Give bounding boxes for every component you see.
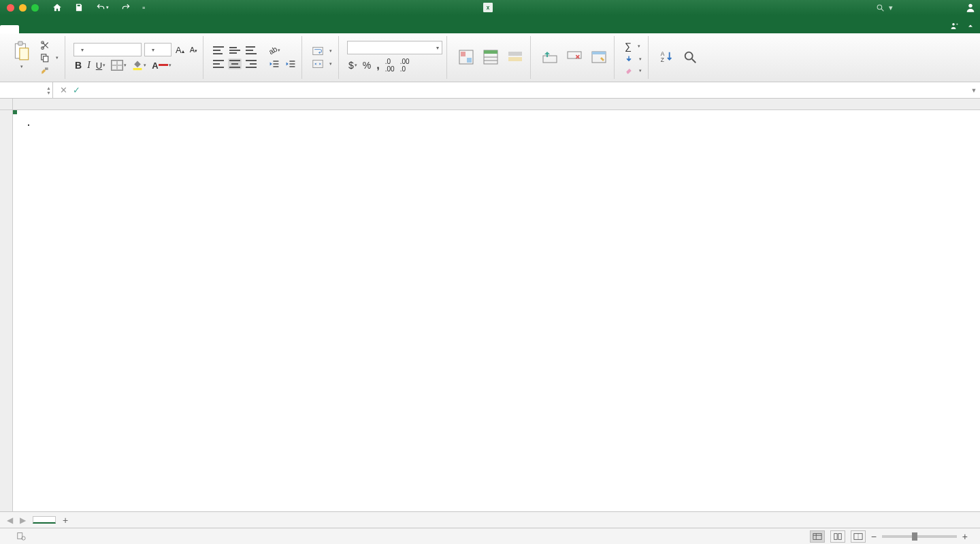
orientation-button[interactable]: ab▾ <box>267 45 282 56</box>
select-all-corner[interactable] <box>0 99 13 110</box>
group-sort-find: AZ <box>653 36 704 79</box>
svg-rect-31 <box>508 52 522 56</box>
increase-decimal-button[interactable]: .0.00 <box>384 56 396 74</box>
fill-button[interactable]: ▾ <box>623 54 644 64</box>
zoom-out-button[interactable]: − <box>871 531 877 542</box>
format-as-table-button[interactable] <box>480 48 502 68</box>
conditional-formatting-button[interactable] <box>455 48 477 68</box>
svg-rect-46 <box>834 533 836 539</box>
search-sheet-input[interactable] <box>897 3 958 12</box>
bold-button[interactable]: B <box>74 58 83 72</box>
tab-home[interactable] <box>0 25 19 33</box>
sheet-nav-next[interactable]: ▶ <box>17 514 29 526</box>
search-sheet-box[interactable]: ▾ <box>876 3 958 12</box>
align-bottom-button[interactable] <box>244 45 258 56</box>
minimize-window-button[interactable] <box>19 4 27 12</box>
svg-text:A: A <box>661 51 665 57</box>
zoom-in-button[interactable]: + <box>962 531 968 542</box>
increase-font-button[interactable]: A▴ <box>174 44 186 56</box>
svg-rect-14 <box>45 67 48 70</box>
font-color-button[interactable]: A▾ <box>150 59 172 72</box>
close-window-button[interactable] <box>7 4 14 12</box>
user-account-icon[interactable] <box>965 2 976 13</box>
align-left-button[interactable] <box>212 58 225 69</box>
merge-center-button[interactable]: ▾ <box>310 58 334 69</box>
format-painter-button[interactable] <box>38 65 61 76</box>
wrap-text-button[interactable]: ▾ <box>310 46 334 56</box>
svg-rect-32 <box>508 57 522 61</box>
zoom-slider[interactable] <box>882 535 957 538</box>
share-button[interactable]: + <box>949 21 961 31</box>
sheet-nav-prev[interactable]: ◀ <box>4 514 16 526</box>
fill-color-button[interactable]: ▾ <box>131 58 148 72</box>
svg-text:x: x <box>487 5 490 11</box>
tab-page-layout[interactable] <box>57 25 76 33</box>
tab-data[interactable] <box>95 25 114 33</box>
insert-cells-button[interactable] <box>539 49 561 67</box>
svg-point-2 <box>877 5 882 10</box>
font-size-select[interactable]: ▾ <box>144 43 172 56</box>
tab-developer[interactable] <box>152 25 172 33</box>
number-format-select[interactable]: ▾ <box>347 41 442 54</box>
qat-customize-icon[interactable]: ≡ <box>142 5 145 10</box>
page-layout-view-button[interactable] <box>830 530 845 543</box>
data-table[interactable] <box>28 124 29 126</box>
spreadsheet-grid[interactable] <box>0 99 980 511</box>
cancel-formula-icon[interactable]: ✕ <box>60 85 67 95</box>
align-middle-button[interactable] <box>228 45 242 56</box>
insert-icon <box>542 50 558 64</box>
underline-button[interactable]: U▾ <box>95 59 107 72</box>
save-icon[interactable] <box>73 1 85 14</box>
redo-icon[interactable] <box>120 1 132 14</box>
find-select-button[interactable] <box>680 48 700 67</box>
borders-button[interactable]: ▾ <box>110 58 128 72</box>
decrease-decimal-button[interactable]: .00.0 <box>399 56 411 74</box>
svg-rect-25 <box>461 52 466 56</box>
tab-draw[interactable] <box>38 25 57 33</box>
paste-button[interactable]: ▾ <box>10 39 33 71</box>
undo-icon[interactable]: ▾ <box>95 1 110 14</box>
tab-insert[interactable] <box>19 25 38 33</box>
align-right-button[interactable] <box>244 58 258 69</box>
sheet-tab-sheet1[interactable] <box>33 516 56 524</box>
align-center-button[interactable] <box>228 58 242 69</box>
tab-formulas[interactable] <box>76 25 95 33</box>
maximize-window-button[interactable] <box>31 4 39 12</box>
sort-filter-button[interactable]: AZ <box>657 48 677 67</box>
fill-handle[interactable] <box>13 110 17 114</box>
row-headers[interactable] <box>0 110 13 511</box>
window-controls <box>0 4 39 12</box>
normal-view-button[interactable] <box>810 530 825 543</box>
currency-button[interactable]: $▾ <box>347 58 359 72</box>
collapse-ribbon-icon[interactable] <box>966 22 975 30</box>
name-box[interactable]: ▲▼ <box>0 82 53 98</box>
tab-review[interactable] <box>114 25 133 33</box>
macro-record-icon[interactable] <box>16 531 26 542</box>
italic-button[interactable]: I <box>86 58 92 72</box>
decrease-indent-button[interactable] <box>267 58 281 70</box>
decrease-font-button[interactable]: A▾ <box>189 44 199 55</box>
svg-rect-28 <box>484 50 497 54</box>
cells-area[interactable] <box>13 110 980 511</box>
home-icon[interactable] <box>51 1 63 14</box>
format-cells-button[interactable] <box>588 49 610 67</box>
add-sheet-button[interactable]: + <box>56 512 75 528</box>
autosum-button[interactable]: ∑▾ <box>623 40 644 52</box>
delete-cells-button[interactable] <box>564 49 585 67</box>
tab-view[interactable] <box>133 25 152 33</box>
increase-indent-button[interactable] <box>284 58 297 70</box>
search-icon <box>876 3 885 12</box>
copy-button[interactable]: ▾ <box>38 52 61 63</box>
column-headers[interactable] <box>13 99 980 110</box>
svg-point-5 <box>952 23 955 26</box>
clear-button[interactable]: ▾ <box>623 66 644 75</box>
cell-styles-button[interactable] <box>504 48 526 68</box>
expand-formula-bar-icon[interactable]: ▼ <box>968 87 980 94</box>
percent-button[interactable]: % <box>361 58 372 72</box>
cut-button[interactable] <box>38 39 61 50</box>
comma-button[interactable]: , <box>375 58 380 73</box>
font-name-select[interactable]: ▾ <box>74 43 142 56</box>
enter-formula-icon[interactable]: ✓ <box>73 85 80 95</box>
align-top-button[interactable] <box>212 45 225 56</box>
page-break-view-button[interactable] <box>851 530 866 543</box>
